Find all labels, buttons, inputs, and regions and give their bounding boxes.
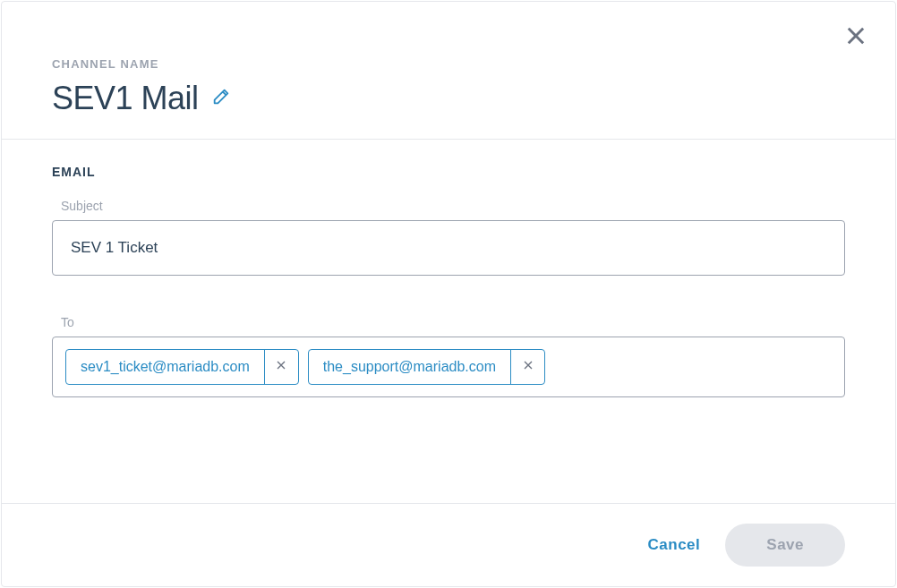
- modal-header: CHANNEL NAME SEV1 Mail: [2, 2, 895, 140]
- to-recipients-input[interactable]: sev1_ticket@mariadb.com the_support@mari…: [52, 337, 845, 397]
- close-icon: [274, 358, 288, 376]
- subject-field-group: Subject: [52, 199, 845, 276]
- channel-title: SEV1 Mail: [52, 80, 199, 117]
- recipient-chip: sev1_ticket@mariadb.com: [65, 349, 299, 385]
- remove-recipient-button[interactable]: [510, 350, 544, 384]
- recipient-email: sev1_ticket@mariadb.com: [66, 350, 264, 384]
- pencil-icon: [211, 87, 231, 110]
- channel-name-label: CHANNEL NAME: [52, 57, 845, 71]
- edit-title-button[interactable]: [211, 87, 231, 110]
- modal-body: EMAIL Subject To sev1_ticket@mariadb.com…: [2, 140, 895, 503]
- email-section-heading: EMAIL: [52, 165, 845, 179]
- close-icon: [843, 23, 868, 52]
- modal-footer: Cancel Save: [2, 503, 895, 586]
- remove-recipient-button[interactable]: [264, 350, 298, 384]
- save-button[interactable]: Save: [725, 524, 845, 567]
- recipient-chip: the_support@mariadb.com: [308, 349, 545, 385]
- recipient-email: the_support@mariadb.com: [309, 350, 510, 384]
- channel-edit-modal: CHANNEL NAME SEV1 Mail EMAIL Subject To …: [1, 1, 896, 587]
- subject-input[interactable]: [52, 220, 845, 276]
- subject-label: Subject: [61, 199, 845, 213]
- close-button[interactable]: [841, 23, 870, 52]
- cancel-button[interactable]: Cancel: [648, 536, 701, 554]
- to-field-group: To sev1_ticket@mariadb.com the_support@m…: [52, 315, 845, 397]
- close-icon: [521, 358, 535, 376]
- to-label: To: [61, 315, 845, 329]
- title-row: SEV1 Mail: [52, 80, 845, 117]
